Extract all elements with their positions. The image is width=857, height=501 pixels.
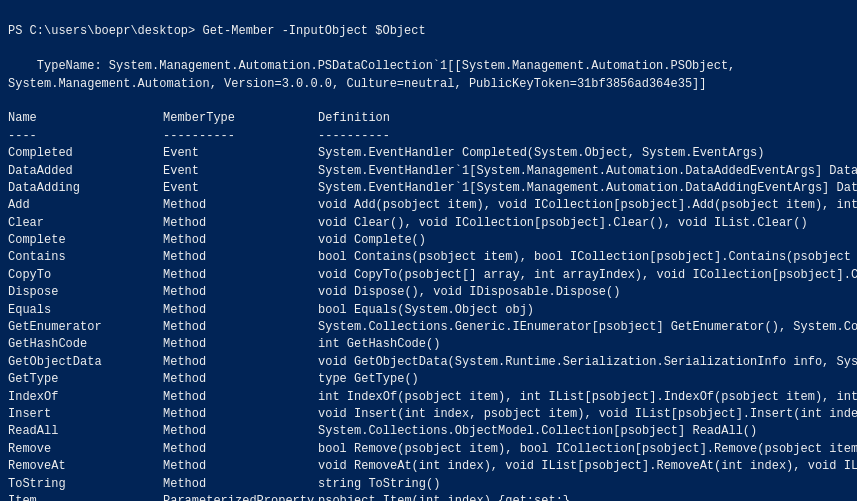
member-name: Remove (8, 441, 163, 458)
table-row: InsertMethodvoid Insert(int index, psobj… (8, 406, 849, 423)
table-row: GetHashCodeMethodint GetHashCode() (8, 336, 849, 353)
member-name: GetHashCode (8, 336, 163, 353)
column-separators: ------------------------ (8, 129, 390, 143)
member-name: RemoveAt (8, 458, 163, 475)
member-name: Dispose (8, 284, 163, 301)
member-definition: void Clear(), void ICollection[psobject]… (318, 216, 808, 230)
table-row: EqualsMethodbool Equals(System.Object ob… (8, 302, 849, 319)
table-row: RemoveMethodbool Remove(psobject item), … (8, 441, 849, 458)
table-row: ClearMethodvoid Clear(), void ICollectio… (8, 215, 849, 232)
member-type: Method (163, 423, 318, 440)
member-name: Add (8, 197, 163, 214)
table-row: AddMethodvoid Add(psobject item), void I… (8, 197, 849, 214)
table-row: ItemParameterizedPropertypsobject Item(i… (8, 493, 849, 501)
member-type: Method (163, 354, 318, 371)
member-name: ToString (8, 476, 163, 493)
col-name-header: Name (8, 110, 163, 127)
member-type: Method (163, 441, 318, 458)
member-definition: bool Contains(psobject item), bool IColl… (318, 250, 857, 264)
member-definition: void Add(psobject item), void ICollectio… (318, 198, 857, 212)
member-definition: void CopyTo(psobject[] array, int arrayI… (318, 268, 857, 282)
col-type-header: MemberType (163, 110, 318, 127)
member-definition: System.EventHandler Completed(System.Obj… (318, 146, 764, 160)
member-type: Event (163, 180, 318, 197)
column-headers: NameMemberTypeDefinition (8, 111, 390, 125)
blank2 (8, 94, 15, 108)
table-row: RemoveAtMethodvoid RemoveAt(int index), … (8, 458, 849, 475)
member-definition: System.EventHandler`1[System.Management.… (318, 181, 857, 195)
member-type: Event (163, 145, 318, 162)
member-definition: string ToString() (318, 477, 440, 491)
member-type: Method (163, 389, 318, 406)
col-def-sep: ---------- (318, 129, 390, 143)
member-type: Method (163, 249, 318, 266)
member-name: Insert (8, 406, 163, 423)
member-type: Event (163, 163, 318, 180)
member-name: Clear (8, 215, 163, 232)
member-type: Method (163, 371, 318, 388)
table-row: DisposeMethodvoid Dispose(), void IDispo… (8, 284, 849, 301)
table-row: CompleteMethodvoid Complete() (8, 232, 849, 249)
member-definition: System.Collections.ObjectModel.Collectio… (318, 424, 757, 438)
member-definition: bool Equals(System.Object obj) (318, 303, 534, 317)
member-definition: void Complete() (318, 233, 426, 247)
member-type: Method (163, 215, 318, 232)
col-name-sep: ---- (8, 128, 163, 145)
member-type: ParameterizedProperty (163, 493, 318, 501)
member-name: GetEnumerator (8, 319, 163, 336)
terminal-output: PS C:\users\boepr\desktop> Get-Member -I… (0, 0, 857, 501)
table-row: GetTypeMethodtype GetType() (8, 371, 849, 388)
table-row: CopyToMethodvoid CopyTo(psobject[] array… (8, 267, 849, 284)
col-type-sep: ---------- (163, 128, 318, 145)
member-definition: int IndexOf(psobject item), int IList[ps… (318, 390, 857, 404)
member-name: ReadAll (8, 423, 163, 440)
member-definition: bool Remove(psobject item), bool ICollec… (318, 442, 857, 456)
member-name: IndexOf (8, 389, 163, 406)
member-name: CopyTo (8, 267, 163, 284)
member-name: Complete (8, 232, 163, 249)
member-type: Method (163, 232, 318, 249)
member-definition: void Insert(int index, psobject item), v… (318, 407, 857, 421)
col-def-header: Definition (318, 111, 390, 125)
table-row: GetEnumeratorMethodSystem.Collections.Ge… (8, 319, 849, 336)
member-type: Method (163, 336, 318, 353)
member-definition: void GetObjectData(System.Runtime.Serial… (318, 355, 857, 369)
table-row: DataAddedEventSystem.EventHandler`1[Syst… (8, 163, 849, 180)
member-name: Contains (8, 249, 163, 266)
table-row: DataAddingEventSystem.EventHandler`1[Sys… (8, 180, 849, 197)
member-type: Method (163, 406, 318, 423)
member-type: Method (163, 319, 318, 336)
typename-line1: TypeName: System.Management.Automation.P… (8, 59, 735, 73)
member-type: Method (163, 267, 318, 284)
member-name: Completed (8, 145, 163, 162)
member-name: Item (8, 493, 163, 501)
member-definition: type GetType() (318, 372, 419, 386)
member-definition: System.EventHandler`1[System.Management.… (318, 164, 857, 178)
table-row: ContainsMethodbool Contains(psobject ite… (8, 249, 849, 266)
member-definition: int GetHashCode() (318, 337, 440, 351)
member-name: GetObjectData (8, 354, 163, 371)
member-name: DataAdded (8, 163, 163, 180)
member-definition: void RemoveAt(int index), void IList[pso… (318, 459, 857, 473)
member-name: Equals (8, 302, 163, 319)
table-row: ReadAllMethodSystem.Collections.ObjectMo… (8, 423, 849, 440)
member-definition: System.Collections.Generic.IEnumerator[p… (318, 320, 857, 334)
member-type: Method (163, 284, 318, 301)
member-type: Method (163, 476, 318, 493)
prompt-line: PS C:\users\boepr\desktop> Get-Member -I… (8, 24, 426, 38)
table-row: ToStringMethodstring ToString() (8, 476, 849, 493)
members-list: CompletedEventSystem.EventHandler Comple… (8, 145, 849, 501)
blank1 (8, 42, 15, 56)
typename-line2: System.Management.Automation, Version=3.… (8, 77, 707, 91)
member-type: Method (163, 458, 318, 475)
member-type: Method (163, 197, 318, 214)
member-definition: void Dispose(), void IDisposable.Dispose… (318, 285, 620, 299)
member-name: GetType (8, 371, 163, 388)
table-row: GetObjectDataMethodvoid GetObjectData(Sy… (8, 354, 849, 371)
table-row: IndexOfMethodint IndexOf(psobject item),… (8, 389, 849, 406)
member-definition: psobject Item(int index) {get;set;} (318, 494, 570, 501)
member-type: Method (163, 302, 318, 319)
table-row: CompletedEventSystem.EventHandler Comple… (8, 145, 849, 162)
member-name: DataAdding (8, 180, 163, 197)
